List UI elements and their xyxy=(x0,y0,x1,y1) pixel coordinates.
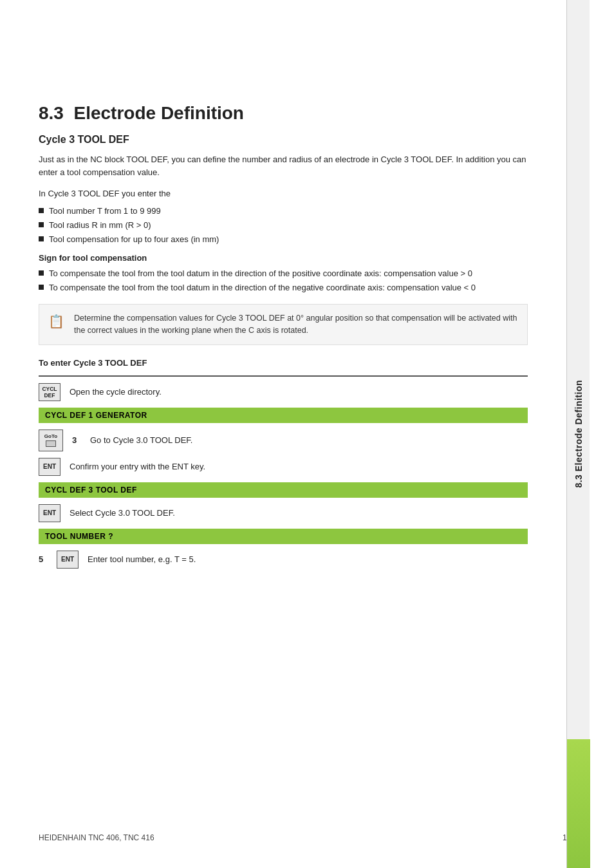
intro-p2: In Cycle 3 TOOL DEF you enter the xyxy=(39,187,528,200)
step-divider xyxy=(39,375,528,377)
footer: HEIDENHAIN TNC 406, TNC 416 135 xyxy=(39,833,575,842)
cycl-def-key[interactable]: CYCLDEF xyxy=(39,383,60,401)
sign-bullet-list: To compensate the tool from the tool dat… xyxy=(39,268,528,294)
step-row-3: ENT Confirm your entry with the ENT key. xyxy=(39,458,528,476)
bullet-item-1: Tool number T from 1 to 9 999 xyxy=(39,205,528,217)
step-number-3: 3 xyxy=(72,435,81,445)
page-container: 8.3 Electrode Definition Cycle 3 TOOL DE… xyxy=(0,0,614,868)
banner-cycl-def-3: CYCL DEF 3 TOOL DEF xyxy=(39,482,528,498)
bullet-icon xyxy=(39,208,44,213)
note-icon: 📋 xyxy=(48,314,66,329)
footer-left: HEIDENHAIN TNC 406, TNC 416 xyxy=(39,833,154,842)
step-3-desc: Confirm your entry with the ENT key. xyxy=(70,461,205,473)
step-heading: To enter Cycle 3 TOOL DEF xyxy=(39,358,528,368)
main-content: 8.3 Electrode Definition Cycle 3 TOOL DE… xyxy=(0,0,566,868)
bullet-item-2: Tool radius R in mm (R > 0) xyxy=(39,220,528,231)
step-1-desc: Open the cycle directory. xyxy=(70,386,162,398)
goto-box-icon xyxy=(46,440,56,447)
sign-bullet-1: To compensate the tool from the tool dat… xyxy=(39,268,528,279)
sign-heading: Sign for tool compensation xyxy=(39,253,528,263)
note-box: 📋 Determine the compensation values for … xyxy=(39,304,528,345)
step-row-5: 5 ENT Enter tool number, e.g. T = 5. xyxy=(39,551,528,569)
intro-p1: Just as in the NC block TOOL DEF, you ca… xyxy=(39,153,528,178)
banner-tool-number: TOOL NUMBER ? xyxy=(39,529,528,544)
step-row-2: GoTo 3 Go to Cycle 3.0 TOOL DEF. xyxy=(39,429,528,451)
ent-key-3[interactable]: ENT xyxy=(57,551,79,569)
step-5-desc: Enter tool number, e.g. T = 5. xyxy=(88,554,196,565)
ent-key-2[interactable]: ENT xyxy=(39,504,60,522)
bullet-icon xyxy=(39,285,44,290)
bullet-icon xyxy=(39,236,44,241)
step-row-4: ENT Select Cycle 3.0 TOOL DEF. xyxy=(39,504,528,522)
step-row-1: CYCLDEF Open the cycle directory. xyxy=(39,383,528,401)
goto-key[interactable]: GoTo xyxy=(39,429,63,451)
section-title: 8.3 Electrode Definition xyxy=(39,103,528,124)
bullet-icon xyxy=(39,222,44,227)
sidebar-accent xyxy=(567,739,590,868)
banner-cycl-def-1: CYCL DEF 1 GENERATOR xyxy=(39,408,528,423)
sidebar-tab-label: 8.3 Electrode Definition xyxy=(573,380,584,488)
sidebar-tab: 8.3 Electrode Definition xyxy=(566,0,590,868)
bullet-icon xyxy=(39,270,44,276)
ent-key-1[interactable]: ENT xyxy=(39,458,60,476)
note-text: Determine the compensation values for Cy… xyxy=(74,312,518,337)
main-bullet-list: Tool number T from 1 to 9 999 Tool radiu… xyxy=(39,205,528,246)
step-4-desc: Select Cycle 3.0 TOOL DEF. xyxy=(70,507,175,519)
bullet-item-3: Tool compensation for up to four axes (i… xyxy=(39,234,528,245)
sign-bullet-2: To compensate the tool from the tool dat… xyxy=(39,282,528,294)
subsection-title: Cycle 3 TOOL DEF xyxy=(39,134,528,146)
step-2-desc: Go to Cycle 3.0 TOOL DEF. xyxy=(90,435,192,446)
step-number-5: 5 xyxy=(39,554,48,564)
